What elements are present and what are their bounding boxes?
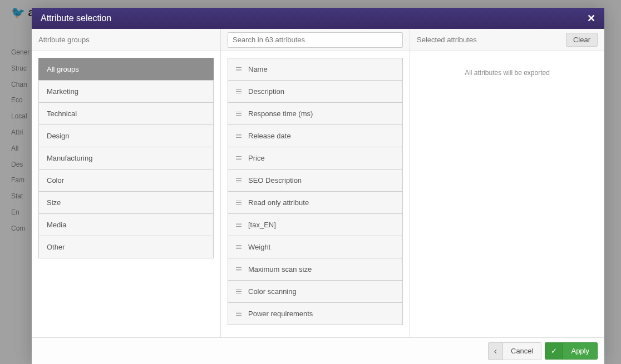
attribute-item[interactable]: [tax_EN] [228,213,403,236]
attribute-label: Description [248,87,284,96]
empty-message: All attributes will be exported [417,58,598,77]
attribute-item[interactable]: Response time (ms) [228,102,403,125]
group-item[interactable]: Color [38,169,214,192]
group-item[interactable]: Other [38,236,214,258]
attribute-item[interactable]: Color scanning [228,280,403,303]
attribute-item[interactable]: Price [228,147,403,169]
group-label: Size [47,198,61,207]
attribute-label: Price [248,154,265,162]
group-label: Design [47,132,69,140]
drag-handle-icon[interactable] [236,134,241,138]
groups-list: All groupsMarketingTechnicalDesignManufa… [32,51,220,337]
group-item[interactable]: Technical [38,102,214,125]
attribute-label: SEO Description [248,176,302,185]
attribute-label: Maximum scan size [248,265,312,273]
attribute-item[interactable]: Release date [228,124,403,147]
check-icon [545,343,563,359]
attribute-label: [tax_EN] [248,221,276,229]
drag-handle-icon[interactable] [236,178,241,182]
groups-header: Attribute groups [32,29,220,51]
group-item[interactable]: Manufacturing [38,147,214,169]
search-input[interactable] [228,32,403,48]
attribute-item[interactable]: Weight [228,236,403,258]
group-item[interactable]: Design [38,124,214,147]
attributes-column: NameDescriptionResponse time (ms)Release… [221,29,410,337]
apply-button[interactable]: Apply [545,342,598,360]
group-item[interactable]: Marketing [38,80,214,103]
attribute-item[interactable]: Read only attribute [228,191,403,214]
attribute-label: Weight [248,243,270,251]
modal-header: Attribute selection ✕ [32,8,604,29]
apply-label: Apply [563,343,597,359]
drag-handle-icon[interactable] [236,156,241,160]
cancel-button[interactable]: Cancel [488,342,542,360]
attribute-selection-modal: Attribute selection ✕ Attribute groups A… [32,8,604,364]
modal-body: Attribute groups All groupsMarketingTech… [32,29,604,337]
selected-column: Selected attributes Clear All attributes… [410,29,604,337]
drag-handle-icon[interactable] [236,245,241,249]
group-label: Media [47,221,66,229]
attribute-item[interactable]: Maximum scan size [228,258,403,281]
drag-handle-icon[interactable] [236,67,241,71]
modal-footer: Cancel Apply [32,337,604,364]
attribute-label: Release date [248,132,291,140]
attribute-label: Power requirements [248,310,313,318]
attributes-list: NameDescriptionResponse time (ms)Release… [221,51,410,337]
group-label: Marketing [47,87,78,96]
search-header [221,29,410,51]
group-item[interactable]: All groups [38,58,214,81]
attribute-label: Color scanning [248,287,297,296]
group-label: Technical [47,109,77,118]
attribute-groups-column: Attribute groups All groupsMarketingTech… [32,29,221,337]
drag-handle-icon[interactable] [236,290,241,293]
selected-header-label: Selected attributes [417,36,477,44]
drag-handle-icon[interactable] [236,89,241,93]
attribute-label: Name [248,65,268,73]
chevron-left-icon [489,343,503,360]
drag-handle-icon[interactable] [236,223,241,227]
group-label: All groups [47,65,79,73]
attribute-label: Response time (ms) [248,109,313,118]
selected-list: All attributes will be exported [410,51,604,337]
group-label: Color [47,176,64,185]
modal-title: Attribute selection [41,13,111,23]
drag-handle-icon[interactable] [236,267,241,271]
group-item[interactable]: Size [38,191,214,214]
attribute-item[interactable]: Name [228,58,403,81]
attribute-item[interactable]: SEO Description [228,169,403,192]
cancel-label: Cancel [503,343,541,359]
close-icon[interactable]: ✕ [587,13,595,23]
group-label: Manufacturing [47,154,92,162]
attribute-label: Read only attribute [248,198,309,207]
drag-handle-icon[interactable] [236,201,241,205]
attribute-item[interactable]: Power requirements [228,302,403,325]
selected-header: Selected attributes Clear [410,29,604,51]
group-label: Other [47,243,65,251]
drag-handle-icon[interactable] [236,112,241,116]
groups-header-label: Attribute groups [38,36,90,44]
clear-button[interactable]: Clear [566,33,598,47]
group-item[interactable]: Media [38,213,214,236]
attribute-item[interactable]: Description [228,80,403,103]
drag-handle-icon[interactable] [236,312,241,316]
